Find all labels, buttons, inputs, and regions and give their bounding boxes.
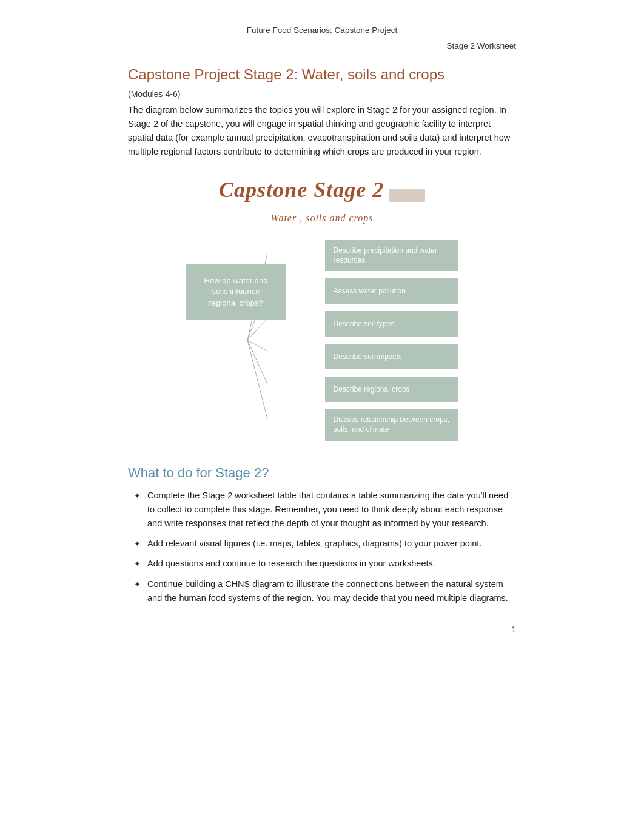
right-box-3: Describe soil impacts	[325, 344, 458, 369]
svg-line-5	[247, 340, 267, 419]
diagram-subtitle: Water , soils and crops	[271, 211, 374, 226]
bullet-text-2: Add questions and continue to research t…	[147, 557, 516, 571]
svg-line-4	[247, 340, 267, 384]
right-box-4: Describe regional crops	[325, 377, 458, 402]
list-item: ✦ Continue building a CHNS diagram to il…	[134, 577, 516, 605]
bullet-text-0: Complete the Stage 2 worksheet table tha…	[147, 489, 516, 531]
diagram-area: Capstone Stage 2 Water , soils and crops	[128, 173, 516, 440]
right-box-0: Describe precipitation and water resourc…	[325, 240, 458, 271]
list-item: ✦ Add questions and continue to research…	[134, 557, 516, 571]
diagram-title: Capstone Stage 2	[219, 178, 384, 202]
bullet-list: ✦ Complete the Stage 2 worksheet table t…	[128, 489, 516, 605]
bullet-icon-0: ✦	[134, 489, 147, 503]
page-number: 1	[128, 623, 516, 636]
header-right: Stage 2 Worksheet	[128, 40, 516, 52]
diagram-title-box: Capstone Stage 2	[219, 173, 425, 206]
svg-line-2	[247, 318, 267, 340]
bullet-icon-2: ✦	[134, 557, 147, 571]
right-box-1: Assess water pollution	[325, 278, 458, 304]
right-box-2: Describe soil types	[325, 311, 458, 337]
diagram-body: How do water and soils infuence regional…	[128, 240, 516, 440]
list-item: ✦ Add relevant visual figures (i.e. maps…	[134, 537, 516, 551]
bullet-icon-3: ✦	[134, 577, 147, 591]
center-box: How do water and soils infuence regional…	[186, 264, 286, 320]
diagram-right: Describe precipitation and water resourc…	[325, 240, 458, 440]
page: Future Food Scenarios: Capstone Project …	[92, 0, 552, 672]
header-center: Future Food Scenarios: Capstone Project	[128, 24, 516, 36]
subtitle: (Modules 4-6)	[128, 88, 516, 101]
bullet-icon-1: ✦	[134, 537, 147, 551]
bullet-text-3: Continue building a CHNS diagram to illu…	[147, 577, 516, 605]
diagram-left: How do water and soils infuence regional…	[186, 264, 286, 320]
right-box-5: Discuss relationship between crops, soil…	[325, 409, 458, 440]
page-title: Capstone Project Stage 2: Water, soils a…	[128, 64, 516, 86]
section-title: What to do for Stage 2?	[128, 463, 516, 483]
bullet-text-1: Add relevant visual figures (i.e. maps, …	[147, 537, 516, 551]
svg-line-3	[247, 340, 267, 351]
list-item: ✦ Complete the Stage 2 worksheet table t…	[134, 489, 516, 531]
intro-text: The diagram below summarizes the topics …	[128, 103, 516, 159]
